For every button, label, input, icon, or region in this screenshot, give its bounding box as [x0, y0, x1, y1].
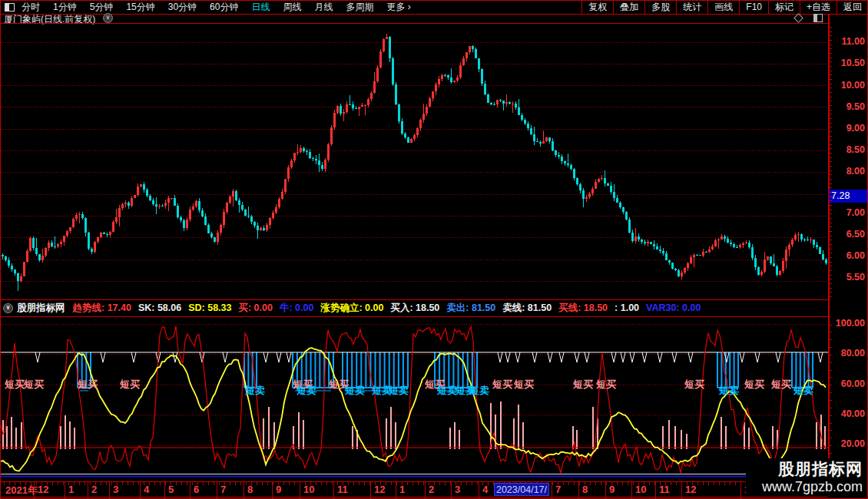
oscillator-axis-label: 20.00	[841, 438, 865, 449]
watermark: 股朋指标网 www.7gpzb.com	[746, 458, 867, 497]
menu-period-0[interactable]: 分时	[22, 1, 40, 14]
date-label: 1	[399, 484, 405, 495]
date-label: 4	[144, 484, 149, 495]
indicator-field-SK: SK: 58.06	[138, 302, 181, 313]
date-label: 5	[168, 484, 174, 495]
date-label: 10	[303, 484, 314, 495]
date-label: 7	[555, 484, 561, 495]
date-label: 11	[337, 484, 348, 495]
date-label: 3	[455, 484, 460, 495]
indicator-field-牛: 牛: 0.00	[280, 302, 313, 315]
date-axis[interactable]: 2021年12123456789101112123478910111212023…	[1, 482, 828, 497]
indicator-field-趋势线: 趋势线: 17.40	[73, 302, 131, 315]
indicator-field-SD: SD: 58.33	[188, 302, 231, 313]
short-sell-label: 短卖	[388, 385, 409, 396]
short-buy-label: 短买	[684, 378, 704, 390]
date-label: 2021年	[5, 484, 38, 497]
date-label: 12	[685, 484, 696, 495]
menu-period-4[interactable]: 30分钟	[168, 1, 197, 14]
short-buy-label: 短买	[4, 378, 25, 390]
short-buy-label: 短买	[572, 378, 593, 390]
title-chevron-down-icon[interactable]: ∨	[103, 13, 113, 23]
menu-tool-3[interactable]: 统计	[676, 1, 707, 14]
indicator-field-买: 买: 0.00	[238, 302, 272, 315]
price-axis-label: 9.00	[846, 123, 865, 134]
date-label: 3	[113, 484, 118, 495]
menu-tool-1[interactable]: 叠加	[613, 1, 644, 14]
price-axis-label: 10.50	[841, 58, 865, 68]
date-label: 12	[374, 484, 385, 495]
short-sell-label: 短卖	[718, 385, 739, 396]
short-sell-label: 短卖	[436, 385, 457, 396]
menu-period-8[interactable]: 月线	[314, 1, 333, 14]
date-label: 1	[68, 484, 74, 495]
diamond-icon[interactable]	[793, 13, 803, 23]
menu-tool-5[interactable]: F10	[739, 1, 768, 14]
date-label: 8	[582, 484, 588, 495]
period-menu: 分时1分钟5分钟15分钟30分钟60分钟日线周线月线多周期更多 ›	[22, 1, 424, 14]
indicator-field-卖线: 卖线: 81.50	[502, 302, 552, 315]
menu-period-10[interactable]: 更多 ›	[386, 1, 410, 14]
menu-tool-7[interactable]: +自选	[800, 1, 837, 14]
short-buy-label: 短买	[744, 378, 764, 390]
short-buy-label: 短买	[770, 378, 791, 390]
menu-period-3[interactable]: 15分钟	[126, 1, 154, 14]
short-sell-label: 短卖	[244, 385, 265, 396]
tools-menu: 复权叠加多股统计画线F10标记+自选返回	[581, 1, 868, 14]
short-buy-label: 短买	[513, 378, 534, 390]
date-label: 6	[194, 484, 199, 495]
indicator-chevron-down-icon[interactable]: ∨	[3, 303, 13, 313]
short-buy-label: 短买	[119, 378, 140, 390]
date-label: 2	[91, 484, 97, 495]
date-label: 7	[220, 484, 226, 495]
menu-tool-0[interactable]: 复权	[581, 1, 613, 14]
menu-period-5[interactable]: 60分钟	[210, 1, 238, 14]
menu-period-6[interactable]: 日线	[251, 1, 270, 14]
indicator-site-name: 股朋指标网	[17, 302, 65, 315]
short-buy-label: 短买	[23, 378, 44, 390]
candlestick-chart[interactable]	[1, 24, 828, 299]
oscillator-axis-label: 100.00	[836, 318, 865, 329]
date-label: 12	[38, 484, 48, 495]
date-label: 4	[482, 484, 488, 495]
menu-period-2[interactable]: 5分钟	[90, 1, 114, 14]
short-sell-label: 短卖	[469, 385, 489, 396]
menu-period-1[interactable]: 1分钟	[53, 1, 77, 14]
split-pane-icon[interactable]	[813, 14, 823, 22]
window-panes-icon[interactable]	[5, 3, 15, 12]
oscillator-axis-label: 40.00	[841, 408, 865, 419]
price-axis-label: 10.00	[841, 80, 865, 91]
last-price-badge: 7.28	[829, 190, 868, 203]
date-label: 9	[276, 484, 281, 495]
period-menu-bar: 分时1分钟5分钟15分钟30分钟60分钟日线周线月线多周期更多 › 复权叠加多股…	[1, 1, 868, 14]
indicator-field-买入: 买入: 18.50	[390, 302, 439, 315]
short-sell-label: 短卖	[344, 385, 365, 396]
watermark-site-name: 股朋指标网	[749, 460, 863, 478]
indicator-field-买线: 买线: 18.50	[558, 302, 608, 315]
date-label: 2	[429, 484, 434, 495]
menu-tool-2[interactable]: 多股	[644, 1, 676, 14]
menu-tool-8[interactable]: 返回	[837, 1, 868, 14]
date-label: 8	[247, 484, 253, 495]
short-buy-label: 短买	[77, 378, 98, 390]
price-axis-label: 6.00	[846, 250, 865, 261]
indicator-header: ∨ 股朋指标网 趋势线: 17.40SK: 58.06SD: 58.33买: 0…	[1, 300, 828, 316]
menu-tool-6[interactable]: 标记	[768, 1, 800, 14]
menu-period-7[interactable]: 周线	[283, 1, 301, 14]
menu-tool-4[interactable]: 画线	[707, 1, 739, 14]
short-buy-label: 短买	[492, 378, 512, 390]
price-axis-label: 9.50	[846, 101, 865, 112]
oscillator-panel[interactable]: 短买短买短买短买短买短买短买短买短买短买短买短买短买短买短卖短卖短卖短卖短卖短卖…	[1, 317, 828, 481]
date-label: 10	[635, 484, 646, 495]
indicator-field-k: : 1.00	[615, 302, 639, 313]
right-axis: 7.28 11.0010.5010.009.509.008.508.007.00…	[829, 14, 868, 497]
price-axis-label: 6.50	[846, 229, 865, 240]
indicator-field-卖出: 卖出: 81.50	[446, 302, 495, 315]
price-axis-label: 7.00	[846, 207, 865, 218]
trading-app-window: 分时1分钟5分钟15分钟30分钟60分钟日线周线月线多周期更多 › 复权叠加多股…	[0, 0, 868, 499]
price-axis-label: 8.00	[846, 166, 865, 177]
oscillator-axis-label: 60.00	[841, 378, 865, 389]
indicator-field-VAR30: VAR30: 0.00	[646, 302, 701, 313]
menu-period-9[interactable]: 多周期	[346, 1, 373, 14]
short-sell-label: 短卖	[793, 385, 813, 396]
